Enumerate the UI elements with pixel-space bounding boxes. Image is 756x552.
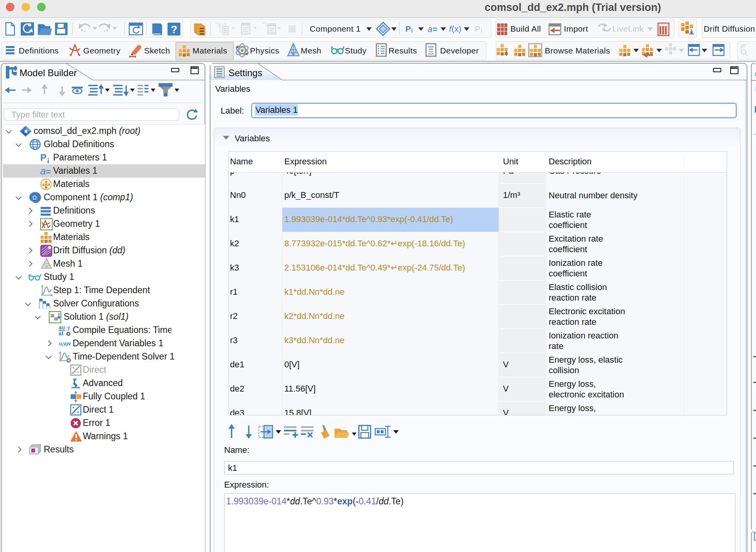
svg-text:?: ?: [171, 23, 177, 36]
svg-text:=: =: [46, 167, 51, 176]
svg-text:au: au: [59, 324, 65, 331]
svg-text::f: :f: [66, 326, 70, 332]
svg-text:Ω: Ω: [32, 194, 37, 201]
svg-text:at: at: [59, 330, 64, 337]
svg-text:u,v,w: u,v,w: [59, 340, 71, 347]
svg-text:¡: ¡: [47, 155, 50, 163]
svg-text:P: P: [40, 153, 46, 163]
svg-text:a: a: [40, 166, 46, 176]
